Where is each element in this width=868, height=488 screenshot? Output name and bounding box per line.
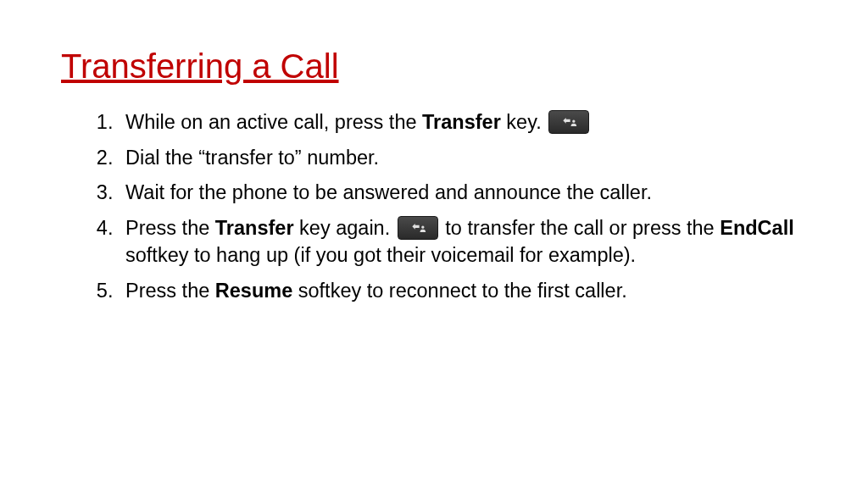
bold-text: Transfer <box>422 111 501 133</box>
transfer-key-icon <box>548 110 589 134</box>
step-text: key. <box>501 111 547 133</box>
step-text: Dial the “transfer to” number. <box>125 147 379 169</box>
step-text: Wait for the phone to be answered and an… <box>125 181 652 203</box>
step-text: Press the <box>125 280 215 302</box>
step-text: While on an active call, press the <box>125 111 422 133</box>
step-text: softkey to reconnect to the first caller… <box>292 280 626 302</box>
list-item: While on an active call, press the Trans… <box>119 109 807 136</box>
step-text: Press the <box>125 217 215 239</box>
list-item: Press the Transfer key again. to transfe… <box>119 215 807 269</box>
step-text: to transfer the call or press the <box>440 217 720 239</box>
list-item: Press the Resume softkey to reconnect to… <box>119 278 807 305</box>
transfer-key-icon <box>398 216 438 240</box>
step-text: softkey to hang up (if you got their voi… <box>125 244 636 266</box>
bold-text: Resume <box>215 280 292 302</box>
bold-text: EndCall <box>720 217 793 239</box>
steps-list: While on an active call, press the Trans… <box>61 109 807 304</box>
list-item: Dial the “transfer to” number. <box>119 145 807 172</box>
page-title: Transferring a Call <box>61 47 807 86</box>
bold-text: Transfer <box>215 217 294 239</box>
step-text: key again. <box>294 217 396 239</box>
list-item: Wait for the phone to be answered and an… <box>119 180 807 207</box>
